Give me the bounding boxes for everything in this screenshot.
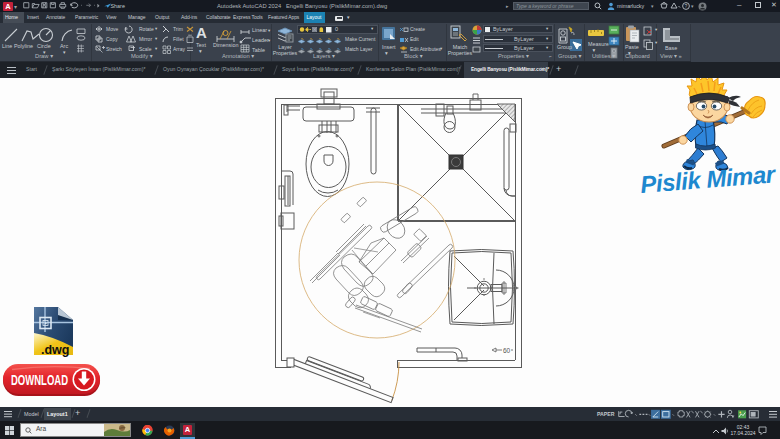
svg-text:.dwg: .dwg (41, 343, 69, 357)
svg-text:Pislik Mimar: Pislik Mimar (639, 160, 777, 198)
svg-text:60: 60 (503, 347, 511, 354)
svg-text:DOWNLOAD: DOWNLOAD (11, 372, 68, 388)
svg-text:?: ? (685, 3, 688, 9)
